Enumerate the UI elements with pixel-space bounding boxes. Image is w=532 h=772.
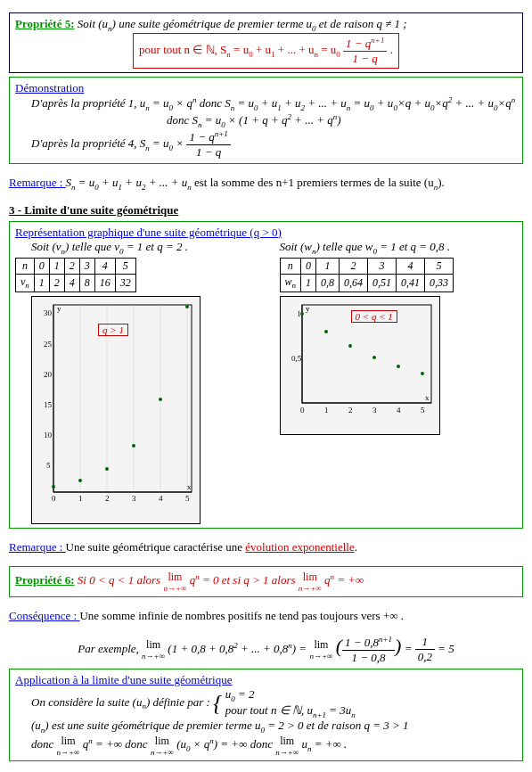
svg-point-10 bbox=[78, 479, 82, 482]
svg-text:2: 2 bbox=[105, 494, 110, 503]
svg-text:4: 4 bbox=[159, 494, 163, 503]
left-column: Soit (vn) telle que v0 = 1 et q = 2 . n0… bbox=[15, 240, 253, 524]
svg-point-12 bbox=[132, 444, 135, 448]
svg-point-34 bbox=[348, 344, 352, 348]
property-6: Propriété 6: Si 0 < q < 1 alors limn→+∞ … bbox=[9, 566, 523, 597]
consequence-example: Par exemple, limn→+∞ (1 + 0,8 + 0,82 + .… bbox=[9, 635, 523, 665]
plot-left: 30252015105 012345 xy q > 1 bbox=[31, 296, 201, 524]
svg-point-13 bbox=[159, 398, 162, 401]
application: Application à la limite d'une suite géom… bbox=[9, 669, 523, 761]
svg-text:y: y bbox=[306, 304, 310, 313]
svg-text:20: 20 bbox=[44, 370, 53, 379]
property-5: Propriété 5: Soit (un) une suite géométr… bbox=[9, 12, 523, 73]
svg-point-36 bbox=[397, 365, 400, 368]
svg-text:25: 25 bbox=[44, 340, 53, 349]
svg-point-32 bbox=[300, 312, 304, 316]
svg-text:3: 3 bbox=[372, 406, 377, 415]
right-column: Soit (wn) telle que w0 = 1 et q = 0,8 . … bbox=[280, 240, 518, 524]
svg-text:30: 30 bbox=[44, 308, 53, 317]
sum-formula: pour tout n ∈ ℕ, Sn = u0 + u1 + ... + un… bbox=[133, 33, 399, 69]
legend-right: 0 < q < 1 bbox=[351, 310, 397, 323]
svg-text:3: 3 bbox=[132, 494, 136, 503]
svg-text:1: 1 bbox=[297, 309, 301, 318]
svg-text:15: 15 bbox=[44, 400, 53, 409]
remark-1: Remarque : Sn = u0 + u1 + u2 + ... + un … bbox=[9, 176, 523, 192]
consequence: Conséquence : Une somme infinie de nombr… bbox=[9, 609, 523, 623]
svg-text:y: y bbox=[57, 304, 61, 313]
svg-text:1: 1 bbox=[324, 406, 329, 415]
svg-text:4: 4 bbox=[397, 406, 401, 415]
application-title: Application à la limite d'une suite géom… bbox=[15, 673, 233, 686]
svg-text:0: 0 bbox=[52, 494, 56, 503]
section-3-title: 3 - Limite d'une suite géométrique bbox=[9, 203, 523, 218]
svg-point-11 bbox=[105, 467, 109, 471]
svg-text:10: 10 bbox=[44, 431, 53, 439]
svg-point-9 bbox=[52, 485, 55, 489]
table-w: n012345 wn10,80,640,510,410,33 bbox=[280, 258, 454, 292]
svg-point-35 bbox=[372, 356, 376, 359]
svg-point-33 bbox=[324, 330, 328, 333]
svg-text:0,5: 0,5 bbox=[291, 354, 302, 363]
svg-text:x: x bbox=[425, 393, 430, 402]
svg-point-14 bbox=[185, 305, 189, 308]
table-v: n012345 vn12481632 bbox=[15, 258, 136, 292]
rep-title: Représentation graphique d'une suite géo… bbox=[15, 226, 282, 239]
legend-left: q > 1 bbox=[98, 324, 128, 336]
remark-2: Remarque : Une suite géométrique caracté… bbox=[9, 540, 523, 554]
svg-text:x: x bbox=[187, 482, 192, 491]
property-5-title: Propriété 5: bbox=[15, 17, 75, 30]
svg-text:5: 5 bbox=[46, 461, 51, 470]
svg-point-37 bbox=[421, 372, 424, 375]
svg-text:5: 5 bbox=[185, 494, 190, 503]
property-6-title: Propriété 6: bbox=[15, 573, 75, 587]
demonstration: Démonstration D'après la propriété 1, un… bbox=[9, 77, 523, 164]
svg-text:5: 5 bbox=[421, 406, 425, 415]
graphic-representation: Représentation graphique d'une suite géo… bbox=[9, 221, 523, 529]
demo-title: Démonstration bbox=[15, 81, 84, 94]
svg-text:1: 1 bbox=[78, 494, 83, 503]
svg-text:0: 0 bbox=[300, 406, 305, 415]
plot-right: 10,5 012345 xy 0 < q < 1 bbox=[280, 296, 440, 435]
svg-text:2: 2 bbox=[348, 406, 353, 415]
